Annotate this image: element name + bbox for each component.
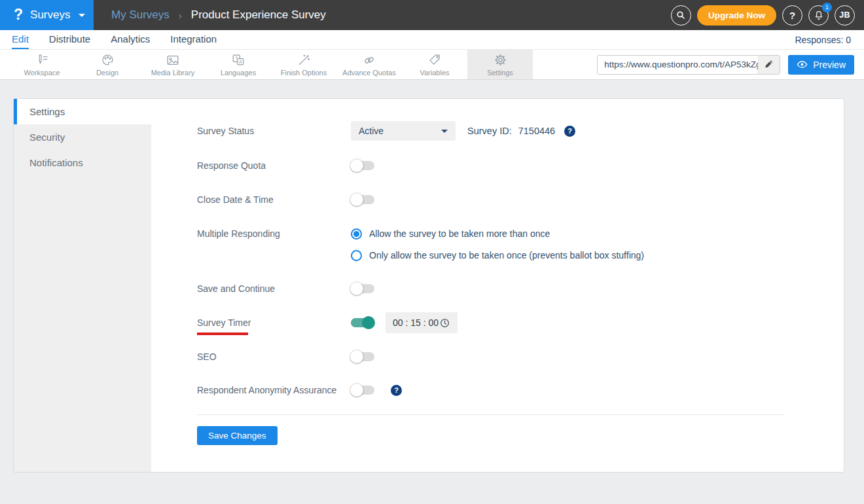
row-survey-timer: Survey Timer 00 : 15 : 00 <box>197 312 458 333</box>
help-button[interactable]: ? <box>782 5 802 26</box>
tab-distribute[interactable]: Distribute <box>49 30 90 49</box>
link-icon <box>362 53 376 67</box>
bell-icon <box>814 10 824 20</box>
radio-unselected-icon[interactable] <box>351 250 362 261</box>
toggle-knob <box>350 193 363 206</box>
settings-content: Survey Status Active Survey ID: 7150446 … <box>151 99 844 472</box>
tag-icon <box>428 53 442 67</box>
toggle-knob <box>362 316 375 329</box>
app-name: Surveys <box>30 9 70 22</box>
respondent-anonymity-toggle[interactable] <box>351 386 374 395</box>
gear-icon <box>494 53 507 67</box>
row-save-and-continue: Save and Continue <box>197 279 374 298</box>
breadcrumb-current-survey: Product Experience Survey <box>191 9 326 22</box>
toolbar-item-languages[interactable]: *A Languages <box>206 50 271 79</box>
app-switcher[interactable]: ? Surveys <box>0 0 94 30</box>
survey-status-value: Active <box>359 126 384 136</box>
chevron-down-icon <box>441 130 448 133</box>
toolbar-item-media-library[interactable]: Media Library <box>140 50 206 79</box>
image-icon <box>166 53 180 67</box>
row-respondent-anonymity: Respondent Anonymity Assurance ? <box>197 380 402 400</box>
notifications-button[interactable]: 1 <box>808 5 829 26</box>
avatar[interactable]: JB <box>835 5 855 26</box>
save-and-continue-toggle[interactable] <box>351 284 374 293</box>
tab-integration[interactable]: Integration <box>170 30 217 49</box>
pencil-icon <box>765 60 774 69</box>
edit-url-button[interactable] <box>758 56 780 74</box>
toolbar-right: Preview <box>597 50 864 79</box>
upgrade-now-button[interactable]: Upgrade Now <box>697 5 776 26</box>
top-bar: ? Surveys My Surveys › Product Experienc… <box>0 0 864 30</box>
breadcrumb-my-surveys[interactable]: My Surveys <box>111 9 170 22</box>
respondent-anonymity-help-icon[interactable]: ? <box>391 385 402 396</box>
workspace-icon <box>35 53 49 67</box>
avatar-initials: JB <box>839 10 850 20</box>
breadcrumb-separator: › <box>179 10 182 21</box>
survey-nav-tabs: Edit Distribute Analytics Integration Re… <box>0 30 864 49</box>
eye-icon <box>797 60 808 69</box>
topbar-actions: Upgrade Now ? 1 JB <box>671 5 864 26</box>
palette-icon <box>101 53 115 67</box>
form-divider <box>197 414 785 415</box>
survey-timer-value: 00 : 15 : 00 <box>393 317 439 328</box>
close-date-time-label: Close Date & Time <box>197 194 351 205</box>
toolbar-item-design[interactable]: Design <box>75 50 140 79</box>
save-changes-button[interactable]: Save Changes <box>197 426 278 445</box>
toolbar-item-variables[interactable]: Variables <box>402 50 467 79</box>
save-and-continue-label: Save and Continue <box>197 283 351 294</box>
row-close-date-time: Close Date & Time <box>197 190 374 209</box>
multiple-responding-label: Multiple Responding <box>197 228 351 239</box>
toolbar-item-workspace[interactable]: Workspace <box>9 50 75 79</box>
chevron-down-icon <box>79 14 85 17</box>
seo-toggle[interactable] <box>351 352 374 361</box>
toolbar-item-settings[interactable]: Settings <box>467 50 533 79</box>
notification-badge: 1 <box>822 3 832 12</box>
toolbar-item-finish-options[interactable]: Finish Options <box>271 50 336 79</box>
survey-status-select[interactable]: Active <box>351 121 456 141</box>
question-mark-icon: ? <box>789 10 795 21</box>
survey-timer-input[interactable]: 00 : 15 : 00 <box>386 312 458 333</box>
survey-id-label: Survey ID: <box>467 126 512 136</box>
tab-edit[interactable]: Edit <box>12 30 29 49</box>
tab-analytics[interactable]: Analytics <box>111 30 150 49</box>
questionpro-logo-icon: ? <box>14 7 23 22</box>
row-survey-status: Survey Status Active Survey ID: 7150446 … <box>197 121 575 141</box>
clock-icon <box>439 317 450 329</box>
survey-timer-toggle[interactable] <box>351 318 374 327</box>
radio-option-allow-multiple[interactable]: Allow the survey to be taken more than o… <box>351 228 550 240</box>
sidebar-item-settings[interactable]: Settings <box>14 99 151 124</box>
edit-toolbar: Workspace Design Media Library *A Langua… <box>0 49 864 80</box>
row-multiple-responding: Multiple Responding Allow the survey to … <box>197 224 550 243</box>
settings-sidebar: Settings Security Notifications <box>14 99 151 472</box>
survey-url-box <box>597 55 780 75</box>
search-button[interactable] <box>671 5 691 26</box>
settings-panel: Settings Security Notifications Survey S… <box>13 98 844 473</box>
survey-timer-red-annotation <box>197 333 248 335</box>
row-response-quota: Response Quota <box>197 156 374 175</box>
survey-id-help-icon[interactable]: ? <box>564 126 575 137</box>
response-quota-toggle[interactable] <box>351 161 374 170</box>
survey-id-value: 7150446 <box>518 126 555 136</box>
survey-timer-label: Survey Timer <box>197 317 351 328</box>
respondent-anonymity-label: Respondent Anonymity Assurance <box>197 385 351 395</box>
sidebar-item-notifications[interactable]: Notifications <box>14 150 151 175</box>
magic-wand-icon <box>297 53 311 67</box>
row-multiple-responding-option2: Only allow the survey to be taken once (… <box>351 245 644 265</box>
responses-count: Responses: 0 <box>795 30 864 49</box>
radio-option-only-once[interactable]: Only allow the survey to be taken once (… <box>351 250 644 261</box>
close-date-time-toggle[interactable] <box>351 195 374 204</box>
sidebar-item-security[interactable]: Security <box>14 124 151 150</box>
preview-button[interactable]: Preview <box>788 55 854 75</box>
toggle-knob <box>350 350 363 363</box>
breadcrumb: My Surveys › Product Experience Survey <box>111 9 326 22</box>
toggle-knob <box>350 159 363 172</box>
response-quota-label: Response Quota <box>197 160 351 171</box>
survey-url-input[interactable] <box>598 56 758 74</box>
radio-selected-icon[interactable] <box>351 228 362 240</box>
row-seo: SEO <box>197 347 374 367</box>
translate-icon: *A <box>231 53 245 67</box>
search-icon <box>675 10 686 20</box>
toggle-knob <box>350 384 363 397</box>
toolbar-item-advance-quotas[interactable]: Advance Quotas <box>336 50 402 79</box>
toggle-knob <box>350 282 363 295</box>
